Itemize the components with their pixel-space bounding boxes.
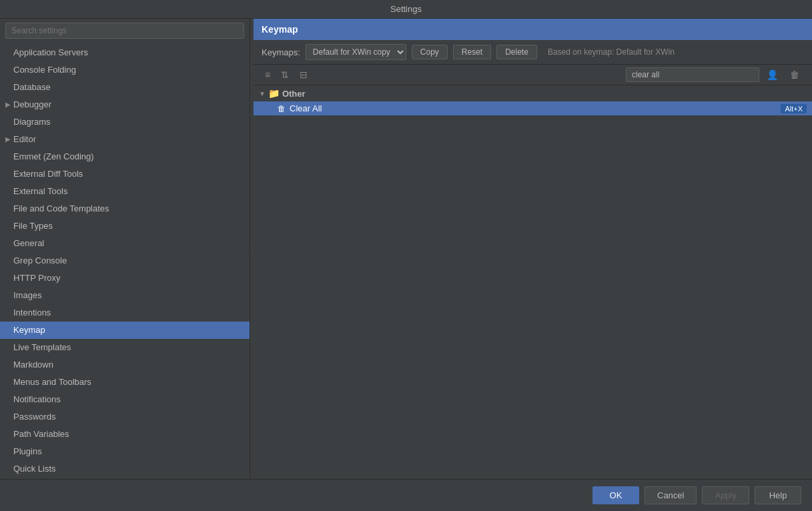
sidebar-arrow-icon: ▶: [5, 133, 11, 146]
expand-all-button[interactable]: ≡: [262, 67, 274, 82]
sidebar-item-plugins[interactable]: Plugins: [0, 443, 250, 460]
keymaps-label: Keymaps:: [262, 47, 300, 57]
search-box-container: 👤 🗑: [315, 67, 804, 82]
sidebar-item-keymap[interactable]: Keymap: [0, 322, 250, 339]
delete-button[interactable]: Delete: [496, 45, 537, 59]
sidebar-item-file-and-code-templates[interactable]: File and Code Templates: [0, 200, 250, 217]
tree-item-clear-all[interactable]: 🗑 Clear All Alt+X: [254, 101, 812, 115]
sidebar-item-images[interactable]: Images: [0, 287, 250, 304]
keymap-select[interactable]: Default for XWin copy: [306, 44, 406, 60]
sidebar: Application ServersConsole FoldingDataba…: [0, 19, 250, 479]
title-label: Settings: [390, 4, 422, 14]
item-label-clear-all: Clear All: [290, 103, 781, 113]
sidebar-item-label: Menus and Toolbars: [13, 377, 91, 387]
sidebar-item-file-types[interactable]: File Types: [0, 217, 250, 235]
sidebar-item-label: Live Templates: [13, 342, 71, 352]
sidebar-item-markdown[interactable]: Markdown: [0, 356, 250, 374]
search-bar: [0, 19, 250, 43]
delete-search-button[interactable]: 🗑: [785, 67, 804, 82]
keymap-tree: ▼ 📁 Other 🗑 Clear All Alt+X: [254, 85, 812, 479]
sidebar-item-external-diff-tools[interactable]: External Diff Tools: [0, 165, 250, 183]
sidebar-item-intentions[interactable]: Intentions: [0, 304, 250, 322]
sidebar-item-label: File Types: [13, 221, 53, 231]
sidebar-item-label: Plugins: [13, 446, 42, 456]
search-person-button[interactable]: 👤: [762, 67, 783, 82]
sidebar-item-notifications[interactable]: Notifications: [0, 391, 250, 408]
sidebar-item-label: External Tools: [13, 186, 67, 196]
keymap-search-input[interactable]: [626, 67, 759, 82]
sidebar-item-label: Images: [13, 290, 42, 300]
right-panel: Keymap Keymaps: Default for XWin copy Co…: [254, 19, 812, 479]
sidebar-item-label: Console Folding: [13, 65, 76, 75]
tree-group-other[interactable]: ▼ 📁 Other: [254, 85, 812, 101]
collapse-all-button[interactable]: ⇅: [278, 67, 292, 82]
keymap-toolbar: Keymaps: Default for XWin copy Copy Rese…: [254, 40, 812, 65]
sidebar-item-quick-lists[interactable]: Quick Lists: [0, 460, 250, 478]
sidebar-item-debugger[interactable]: ▶Debugger: [0, 96, 250, 113]
keymap-section-header: Keymap: [254, 19, 812, 40]
title-bar: Settings: [0, 0, 812, 19]
help-button[interactable]: Help: [755, 486, 801, 504]
ok-button[interactable]: OK: [592, 486, 639, 504]
group-folder-icon: 📁: [268, 88, 280, 99]
sidebar-item-label: Path Variables: [13, 429, 69, 439]
keymap-search-toolbar: ≡ ⇅ ⊟ 👤 🗑: [254, 65, 812, 85]
sidebar-item-label: Quick Lists: [13, 464, 56, 474]
sidebar-item-path-variables[interactable]: Path Variables: [0, 426, 250, 443]
group-label-other: Other: [282, 89, 306, 99]
item-delete-icon: 🗑: [278, 104, 286, 113]
sidebar-item-diagrams[interactable]: Diagrams: [0, 113, 250, 131]
sidebar-item-label: Passwords: [13, 412, 56, 422]
cancel-button[interactable]: Cancel: [645, 486, 697, 504]
copy-button[interactable]: Copy: [412, 45, 448, 59]
apply-button[interactable]: Apply: [702, 486, 749, 504]
sidebar-item-menus-and-toolbars[interactable]: Menus and Toolbars: [0, 374, 250, 391]
bottom-bar: OK Cancel Apply Help: [0, 479, 812, 511]
sidebar-arrow-icon: ▶: [5, 98, 11, 111]
sidebar-item-http-proxy[interactable]: HTTP Proxy: [0, 270, 250, 287]
sidebar-item-label: Notifications: [13, 394, 61, 404]
item-shortcut-clear-all: Alt+X: [781, 104, 807, 113]
settings-search-input[interactable]: [5, 23, 244, 39]
sidebar-item-general[interactable]: General: [0, 235, 250, 252]
sidebar-item-label: Diagrams: [13, 117, 51, 127]
sidebar-item-label: Editor: [13, 133, 36, 146]
based-on-text: Based on keymap: Default for XWin: [548, 47, 675, 57]
sidebar-item-console-folding[interactable]: Console Folding: [0, 61, 250, 79]
sidebar-item-label: Grep Console: [13, 255, 67, 266]
sidebar-item-label: Application Servers: [13, 47, 88, 57]
main-layout: Application ServersConsole FoldingDataba…: [0, 19, 812, 479]
sidebar-item-external-tools[interactable]: External Tools: [0, 183, 250, 200]
sidebar-item-label: Keymap: [13, 325, 45, 335]
sidebar-item-editor[interactable]: ▶Editor: [0, 131, 250, 148]
reset-button[interactable]: Reset: [453, 45, 491, 59]
sidebar-list: Application ServersConsole FoldingDataba…: [0, 43, 250, 479]
sidebar-item-label: General: [13, 238, 44, 248]
filter-button[interactable]: ⊟: [296, 67, 311, 82]
sidebar-item-label: Markdown: [13, 360, 53, 370]
group-arrow-icon: ▼: [259, 90, 266, 97]
sidebar-item-label: Debugger: [13, 98, 51, 111]
sidebar-item-passwords[interactable]: Passwords: [0, 408, 250, 426]
sidebar-item-label: External Diff Tools: [13, 169, 83, 179]
sidebar-item-label: Database: [13, 82, 51, 92]
keymap-title: Keymap: [262, 24, 298, 35]
sidebar-item-emmet[interactable]: Emmet (Zen Coding): [0, 148, 250, 165]
sidebar-item-application-servers[interactable]: Application Servers: [0, 44, 250, 61]
sidebar-item-label: File and Code Templates: [13, 203, 109, 213]
sidebar-item-label: Emmet (Zen Coding): [13, 151, 94, 161]
sidebar-item-label: HTTP Proxy: [13, 273, 61, 283]
sidebar-item-database[interactable]: Database: [0, 79, 250, 96]
sidebar-item-grep-console[interactable]: Grep Console: [0, 252, 250, 270]
sidebar-item-live-templates[interactable]: Live Templates: [0, 339, 250, 356]
sidebar-item-label: Intentions: [13, 308, 51, 318]
